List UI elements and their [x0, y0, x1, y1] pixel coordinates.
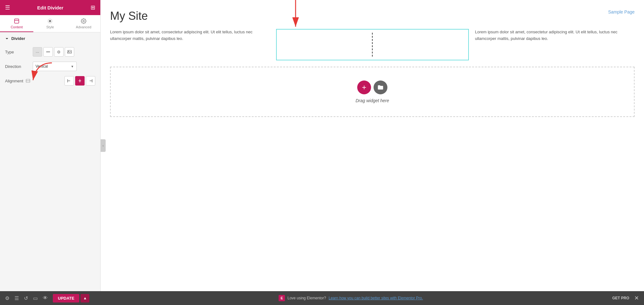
left-text-column: Lorem ipsum dolor sit amet, consectetur …: [110, 29, 270, 60]
sidebar-header: ☰ Edit Divider ⊞: [0, 0, 100, 15]
three-column-layout: Lorem ipsum dolor sit amet, consectetur …: [110, 29, 635, 60]
bottom-bar: ⚙ ☰ ↺ ▭ 👁 UPDATE ▲ E Love using Elemento…: [0, 291, 644, 305]
site-title: My Site: [110, 9, 635, 23]
section-title: Divider: [11, 36, 25, 41]
add-widget-button[interactable]: +: [357, 80, 371, 94]
collapse-handle[interactable]: ‹: [101, 139, 106, 152]
right-text-column: Lorem ipsum dolor sit amet, consectetur …: [475, 29, 635, 60]
widget-library-button[interactable]: [374, 80, 387, 94]
type-field-row: Type ··· ⚙: [0, 45, 100, 59]
settings-icon[interactable]: ⚙: [5, 295, 9, 301]
alignment-field-row: Alignment: [0, 74, 100, 88]
view-icon[interactable]: 👁: [43, 295, 48, 301]
svg-point-2: [49, 20, 52, 22]
divider-section-header[interactable]: Divider: [0, 32, 100, 45]
type-label: Type: [5, 50, 30, 54]
get-pro-button[interactable]: GET PRO: [612, 296, 629, 300]
type-btn-dots[interactable]: ···: [33, 47, 42, 57]
divider-widget[interactable]: [276, 29, 469, 60]
sample-page-link[interactable]: Sample Page: [608, 9, 635, 14]
svg-marker-4: [6, 38, 8, 39]
drop-label: Drag widget here: [356, 98, 389, 103]
chevron-left-icon: ‹: [103, 144, 103, 147]
sidebar-content: Divider Type ··· ⚙ Direc: [0, 32, 100, 291]
bottom-right: GET PRO ✕: [612, 295, 639, 302]
align-center-btn[interactable]: [75, 76, 85, 86]
alignment-buttons: [64, 76, 95, 86]
right-lorem-text: Lorem ipsum dolor sit amet, consectetur …: [475, 29, 635, 42]
sidebar-title: Edit Divider: [37, 5, 63, 10]
divider-vertical-line: [372, 33, 373, 57]
update-dropdown-button[interactable]: ▲: [80, 294, 89, 302]
bottom-left-icons: ⚙ ☰ ↺ ▭ 👁 UPDATE ▲: [5, 294, 89, 302]
responsive-icon[interactable]: ▭: [33, 295, 38, 301]
type-buttons: ··· ⚙: [33, 47, 74, 57]
update-group: UPDATE ▲: [53, 294, 89, 302]
bottom-center: E Love using Elementor? Learn how you ca…: [89, 295, 612, 301]
tab-style[interactable]: Style: [33, 15, 67, 32]
promo-text: Love using Elementor?: [287, 296, 326, 300]
chevron-down-icon: ▼: [71, 65, 74, 68]
svg-rect-0: [14, 19, 19, 23]
type-btn-gear[interactable]: ⚙: [54, 47, 64, 57]
align-right-btn[interactable]: [86, 76, 95, 86]
layers-icon[interactable]: ☰: [14, 295, 19, 301]
drop-zone-buttons: +: [357, 80, 387, 94]
direction-select[interactable]: Vertical ▼: [33, 62, 77, 71]
alignment-label: Alignment: [5, 79, 30, 83]
drop-zone: + Drag widget here: [110, 67, 635, 117]
direction-label: Direction: [5, 64, 30, 69]
align-left-btn[interactable]: [64, 76, 74, 86]
type-btn-image[interactable]: [65, 47, 74, 57]
canvas: Sample Page My Site Lorem ipsum dolor si…: [101, 0, 644, 291]
hamburger-icon[interactable]: ☰: [5, 4, 10, 11]
svg-point-3: [83, 20, 85, 22]
svg-point-7: [69, 51, 69, 52]
update-button[interactable]: UPDATE: [53, 294, 79, 302]
sidebar-tabs: Content Style Advanced: [0, 15, 100, 32]
left-lorem-text: Lorem ipsum dolor sit amet, consectetur …: [110, 29, 270, 42]
svg-rect-5: [46, 52, 50, 52]
direction-field-row: Direction Vertical ▼: [0, 59, 100, 74]
elementor-logo: E: [279, 295, 285, 301]
tab-content[interactable]: Content: [0, 15, 33, 32]
grid-icon[interactable]: ⊞: [91, 4, 95, 11]
tab-advanced[interactable]: Advanced: [67, 15, 100, 32]
close-button[interactable]: ✕: [634, 295, 639, 302]
canvas-inner: My Site Lorem ipsum dolor sit amet, cons…: [101, 0, 644, 60]
sidebar: ☰ Edit Divider ⊞ Content Style Advanced: [0, 0, 101, 291]
type-btn-line[interactable]: [43, 47, 53, 57]
promo-link[interactable]: Learn how you can build better sites wit…: [329, 296, 423, 300]
history-icon[interactable]: ↺: [24, 295, 28, 301]
